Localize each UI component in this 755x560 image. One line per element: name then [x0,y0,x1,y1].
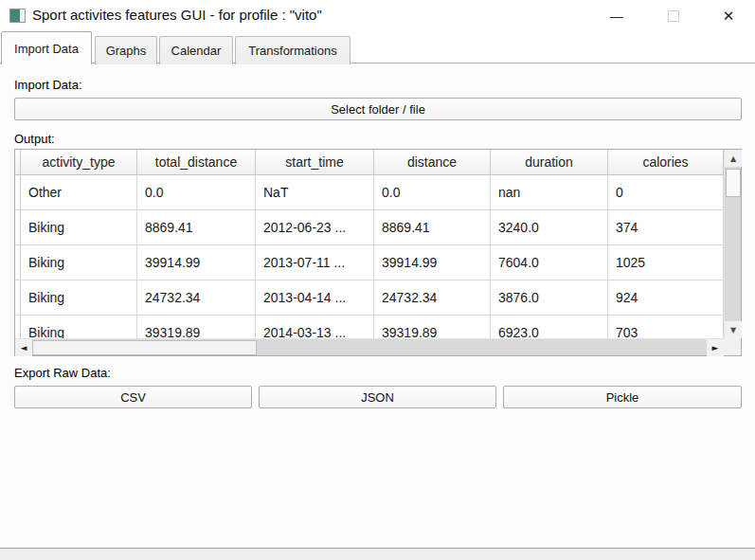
cell[interactable]: 39319.89 [137,316,256,338]
output-label: Output: [14,132,55,146]
cell[interactable]: 2013-07-11 ... [256,245,374,280]
minimize-icon: — [610,9,623,24]
cell[interactable]: 8869.41 [374,210,491,244]
title-bar: Sport activites features GUI - for profi… [0,0,755,31]
maximize-icon [668,10,679,22]
close-icon: ✕ [723,8,735,25]
cell[interactable]: 1025 [608,245,724,280]
table-row[interactable]: Biking 24732.34 2013-04-14 ... 24732.34 … [15,280,724,316]
scroll-left-icon: ◄ [21,343,27,352]
output-table: activity_type total_distance start_time … [14,149,742,356]
cell[interactable]: nan [491,175,608,209]
cell[interactable]: 703 [608,316,724,338]
column-header-activity-type[interactable]: activity_type [21,150,137,174]
cell[interactable]: 8869.41 [137,210,256,244]
tab-import-data[interactable]: Import Data [1,31,92,64]
cell[interactable]: 2014-03-13 ... [256,316,374,338]
cell[interactable]: Biking [21,280,137,315]
app-window-icon [9,9,26,23]
scroll-down-button[interactable]: ▼ [725,321,742,338]
cell[interactable]: Biking [21,245,137,280]
table-row[interactable]: Biking 39914.99 2013-07-11 ... 39914.99 … [15,245,724,280]
cell[interactable]: 0.0 [374,175,491,209]
horizontal-scrollbar-thumb[interactable] [32,340,257,355]
cell[interactable]: Other [21,175,137,209]
cell[interactable]: 0.0 [137,175,256,209]
column-header-total-distance[interactable]: total_distance [137,150,256,174]
table-header-row: activity_type total_distance start_time … [15,150,724,175]
window-bottom-frame [0,549,755,560]
select-folder-file-button[interactable]: Select folder / file [14,98,742,120]
cell[interactable]: 24732.34 [137,280,256,315]
cell[interactable]: 39319.89 [374,316,491,338]
scroll-up-icon: ▲ [730,154,736,163]
table-row[interactable]: Biking 8869.41 2012-06-23 ... 8869.41 32… [15,210,724,245]
cell[interactable]: 39914.99 [137,245,256,280]
column-header-duration[interactable]: duration [491,150,608,174]
import-data-label: Import Data: [14,78,82,92]
cell[interactable]: 2012-06-23 ... [256,210,374,244]
tab-calendar[interactable]: Calendar [159,36,233,64]
table-row[interactable]: Biking 39319.89 2014-03-13 ... 39319.89 … [15,316,724,338]
cell[interactable]: 0 [608,175,724,209]
cell[interactable]: Biking [21,316,137,338]
scroll-up-button[interactable]: ▲ [725,150,742,167]
export-json-button[interactable]: JSON [259,386,496,408]
column-header-calories[interactable]: calories [608,150,724,174]
cell[interactable]: 2013-04-14 ... [256,280,374,315]
export-csv-button[interactable]: CSV [14,386,252,408]
vertical-scrollbar-thumb[interactable] [726,169,741,197]
tab-graphs[interactable]: Graphs [95,36,157,64]
scroll-left-button[interactable]: ◄ [15,339,32,356]
cell[interactable]: Biking [21,210,137,244]
close-button[interactable]: ✕ [712,0,745,31]
maximize-button [657,0,690,31]
scroll-down-icon: ▼ [730,326,736,334]
window-title: Sport activites features GUI - for profi… [32,7,322,23]
vertical-scrollbar[interactable]: ▲ ▼ [724,150,741,338]
cell[interactable]: 374 [608,210,724,244]
cell[interactable]: 24732.34 [374,280,491,315]
export-pickle-button[interactable]: Pickle [503,386,742,408]
cell[interactable]: 7604.0 [491,245,608,280]
table-body: Other 0.0 NaT 0.0 nan 0 Biking 8869.41 2… [15,175,724,338]
cell[interactable]: 3240.0 [491,210,608,244]
cell[interactable]: 3876.0 [491,280,608,315]
column-header-start-time[interactable]: start_time [256,150,374,174]
app-window: Sport activites features GUI - for profi… [0,0,755,560]
scroll-right-button[interactable]: ► [707,339,724,356]
cell[interactable]: 39914.99 [374,245,491,280]
tab-transformations[interactable]: Transformations [235,36,351,64]
column-header-distance[interactable]: distance [374,150,491,174]
cell[interactable]: NaT [256,175,374,209]
tab-bar: Import Data Graphs Calendar Transformati… [0,31,755,63]
cell[interactable]: 924 [608,280,724,315]
export-raw-data-label: Export Raw Data: [14,366,111,380]
horizontal-scrollbar[interactable]: ◄ ► [15,338,724,355]
cell[interactable]: 6923.0 [491,316,608,338]
scrollbar-corner [724,338,741,355]
minimize-button[interactable]: — [601,0,633,31]
table-row[interactable]: Other 0.0 NaT 0.0 nan 0 [15,175,724,210]
scroll-right-icon: ► [712,343,719,352]
